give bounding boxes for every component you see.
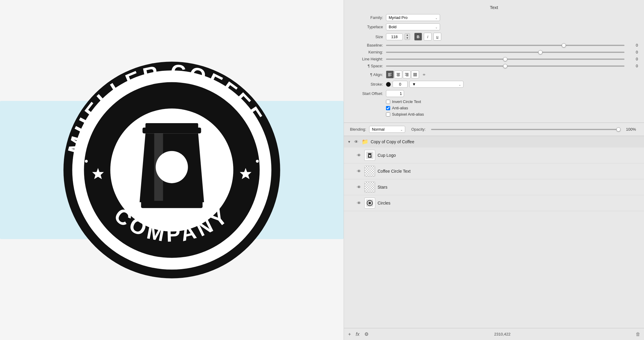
group-eye-icon[interactable]: 👁 <box>353 139 359 145</box>
family-control: Myriad Pro <box>386 14 638 21</box>
space-control: 0 <box>386 64 638 68</box>
align-center-button[interactable] <box>394 71 402 78</box>
stroke-control: ▼ <box>386 81 638 88</box>
align-control: ⚭ <box>386 71 638 78</box>
size-control: ▲ ▼ B i u <box>386 33 638 41</box>
size-label: Size <box>350 35 383 39</box>
bold-button[interactable]: B <box>414 33 422 41</box>
layer-item-cup-logo[interactable]: 👁 Cup Logo <box>344 147 644 163</box>
subpixel-anti-alias-row[interactable]: Subpixel Anti-alias <box>386 112 638 117</box>
stroke-input[interactable] <box>393 81 408 88</box>
align-left-button[interactable] <box>386 71 394 78</box>
delete-layer-button[interactable]: 🗑 <box>636 332 640 337</box>
layer-item-coffee-circle-text[interactable]: 👁 Coffee Circle Text <box>344 163 644 179</box>
logo-container[interactable]: MUELLER COFFEE COMPANY <box>55 53 289 287</box>
space-value: 0 <box>627 64 638 68</box>
stars-eye-icon[interactable]: 👁 <box>356 184 362 190</box>
underline-button[interactable]: u <box>433 33 441 41</box>
typeface-control: Bold <box>386 23 638 30</box>
invert-circle-text-row[interactable]: Invert Circle Text <box>386 99 638 104</box>
right-panel: Text Family: Myriad Pro Typeface Bold <box>344 0 644 340</box>
blending-select[interactable]: Normal <box>369 126 405 133</box>
logo-svg: MUELLER COFFEE COMPANY <box>55 53 289 287</box>
canvas-area: MUELLER COFFEE COMPANY <box>0 0 344 340</box>
family-label: Family: <box>350 15 383 20</box>
kerning-slider[interactable] <box>386 52 624 53</box>
folder-icon: 📁 <box>362 138 368 145</box>
start-offset-control <box>386 90 638 97</box>
anti-alias-row[interactable]: Anti-alias <box>386 106 638 110</box>
typeface-select-wrapper[interactable]: Bold <box>386 23 440 30</box>
size-row: Size ▲ ▼ B i u <box>350 33 638 41</box>
family-select[interactable]: Myriad Pro <box>386 14 440 21</box>
align-group: ⚭ <box>386 71 426 78</box>
align-right-button[interactable] <box>403 71 411 78</box>
line-height-row: Line Height: 0 <box>350 57 638 61</box>
add-layer-button[interactable]: + <box>348 331 351 338</box>
fx-button[interactable]: fx <box>355 331 360 338</box>
baseline-label: Baseline: <box>350 43 383 47</box>
coffee-circle-text-eye-icon[interactable]: 👁 <box>356 168 362 174</box>
opacity-value: 100% <box>626 127 638 132</box>
blending-label: Blending: <box>350 127 366 132</box>
baseline-control: 0 <box>386 43 638 47</box>
size-decrement[interactable]: ▼ <box>405 37 410 40</box>
svg-rect-5 <box>145 123 198 129</box>
line-height-value: 0 <box>627 57 638 61</box>
invert-circle-text-checkbox[interactable] <box>386 100 390 104</box>
blending-select-wrapper[interactable]: Normal <box>369 126 405 133</box>
layer-item-circles[interactable]: 👁 Circles <box>344 195 644 211</box>
start-offset-input[interactable] <box>386 90 404 97</box>
layer-group-header[interactable]: ▼ 👁 📁 Copy of Copy of Coffee <box>344 136 644 147</box>
layer-item-stars[interactable]: 👁 Stars <box>344 179 644 195</box>
baseline-row: Baseline: 0 <box>350 43 638 47</box>
opacity-slider[interactable] <box>431 129 621 130</box>
circles-eye-icon[interactable]: 👁 <box>356 200 362 206</box>
link-icon[interactable]: ⚭ <box>422 72 426 77</box>
stroke-type-wrapper[interactable]: ▼ <box>409 81 463 88</box>
circles-thumbnail <box>364 198 375 208</box>
size-input[interactable] <box>386 33 403 40</box>
align-justify-button[interactable] <box>411 71 419 78</box>
typeface-select[interactable]: Bold <box>386 23 440 30</box>
stars-thumbnail <box>364 182 375 193</box>
coffee-circle-text-thumbnail <box>364 166 375 177</box>
space-label: ¶ Space: <box>350 64 383 68</box>
layers-toolbar: + fx ⚙ 2310,422 🗑 <box>344 328 644 340</box>
size-increment[interactable]: ▲ <box>405 34 410 37</box>
stars-name: Stars <box>378 185 640 190</box>
family-select-wrapper[interactable]: Myriad Pro <box>386 14 440 21</box>
stroke-row: Stroke: ▼ <box>350 81 638 88</box>
baseline-slider[interactable] <box>386 45 624 46</box>
align-row: ¶ Align: ⚭ <box>350 71 638 78</box>
text-panel: Text Family: Myriad Pro Typeface Bold <box>344 0 644 123</box>
checkbox-group: Invert Circle Text Anti-alias Subpixel A… <box>386 99 638 117</box>
italic-button[interactable]: i <box>424 33 432 41</box>
space-row: ¶ Space: 0 <box>350 64 638 68</box>
anti-alias-label: Anti-alias <box>392 106 408 110</box>
stroke-color-indicator[interactable] <box>386 82 391 87</box>
svg-point-13 <box>85 160 88 163</box>
group-chevron-icon: ▼ <box>348 140 351 144</box>
typeface-label: Typeface <box>350 25 383 29</box>
line-height-label: Line Height: <box>350 57 383 61</box>
layers-panel: ▼ 👁 📁 Copy of Copy of Coffee 👁 Cup Logo … <box>344 136 644 328</box>
invert-circle-text-label: Invert Circle Text <box>392 99 421 104</box>
line-height-slider[interactable] <box>386 59 624 60</box>
baseline-value: 0 <box>627 43 638 47</box>
line-height-control: 0 <box>386 57 638 61</box>
settings-button[interactable]: ⚙ <box>364 331 369 338</box>
kerning-label: Kerning: <box>350 50 383 54</box>
cup-logo-eye-icon[interactable]: 👁 <box>356 152 362 158</box>
anti-alias-checkbox[interactable] <box>386 106 390 110</box>
circles-name: Circles <box>378 201 640 205</box>
svg-rect-8 <box>141 201 203 208</box>
stroke-type-select[interactable]: ▼ <box>409 81 463 88</box>
blending-row: Blending: Normal Opacity: 100% <box>344 123 644 136</box>
size-stepper[interactable]: ▲ ▼ <box>405 33 410 40</box>
start-offset-row: Start Offset: <box>350 90 638 97</box>
svg-point-14 <box>256 160 259 163</box>
space-slider[interactable] <box>386 65 624 67</box>
align-label: ¶ Align: <box>350 72 383 77</box>
subpixel-anti-alias-checkbox[interactable] <box>386 112 390 117</box>
